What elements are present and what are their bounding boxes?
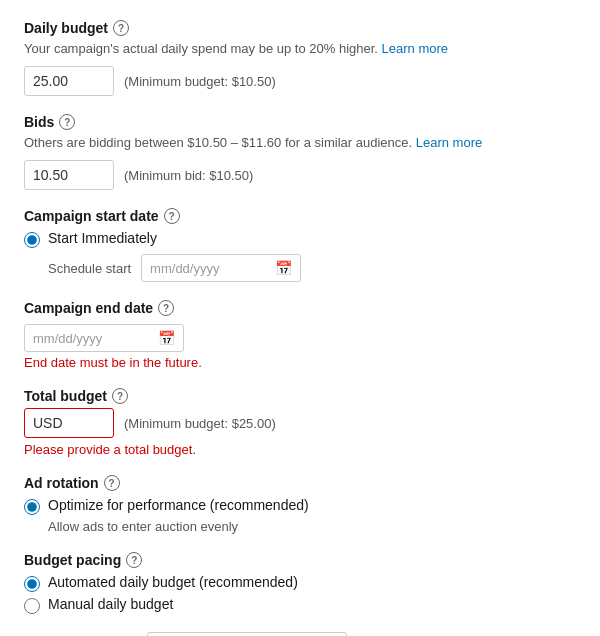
ad-rotation-optimize-option: Optimize for performance (recommended) [24, 497, 576, 515]
daily-budget-description: Your campaign's actual daily spend may b… [24, 40, 576, 58]
bids-input-row: (Minimum bid: $10.50) [24, 160, 576, 190]
campaign-end-date-label: Campaign end date [24, 300, 153, 316]
total-budget-title: Total budget ? [24, 388, 576, 404]
daily-budget-hint: (Minimum budget: $10.50) [124, 74, 276, 89]
ad-rotation-optimize-radio[interactable] [24, 499, 40, 515]
bids-title: Bids ? [24, 114, 576, 130]
schedule-start-date-input[interactable]: mm/dd/yyyy 📅 [141, 254, 301, 282]
daily-budget-learn-more[interactable]: Learn more [382, 41, 448, 56]
pacing-options-select-wrapper: Optimized traffic pacing Even pacing ▼ [147, 632, 347, 636]
ad-rotation-title: Ad rotation ? [24, 475, 576, 491]
budget-pacing-label: Budget pacing [24, 552, 121, 568]
bids-description: Others are bidding between $10.50 – $11.… [24, 134, 576, 152]
daily-budget-title: Daily budget ? [24, 20, 576, 36]
schedule-start-row: Schedule start mm/dd/yyyy 📅 [48, 254, 576, 282]
schedule-calendar-icon: 📅 [275, 260, 292, 276]
total-budget-hint: (Minimum budget: $25.00) [124, 416, 276, 431]
campaign-start-date-section: Campaign start date ? Start Immediately … [24, 208, 576, 282]
automated-daily-budget-label: Automated daily budget (recommended) [48, 574, 298, 590]
campaign-start-date-radio-group: Start Immediately Schedule start mm/dd/y… [24, 230, 576, 282]
budget-pacing-section: Budget pacing ? Automated daily budget (… [24, 552, 576, 614]
manual-daily-budget-radio[interactable] [24, 598, 40, 614]
automated-daily-budget-radio[interactable] [24, 576, 40, 592]
schedule-start-placeholder: mm/dd/yyyy [150, 261, 269, 276]
start-immediately-label: Start Immediately [48, 230, 157, 246]
bids-input[interactable] [24, 160, 114, 190]
campaign-end-date-input[interactable]: mm/dd/yyyy 📅 [24, 324, 184, 352]
pacing-options-section: Pacing options ? Optimized traffic pacin… [24, 632, 576, 636]
start-immediately-option: Start Immediately [24, 230, 576, 248]
total-budget-section: Total budget ? (Minimum budget: $25.00) … [24, 388, 576, 457]
bids-desc-text: Others are bidding between $10.50 – $11.… [24, 135, 412, 150]
pacing-options-row: Pacing options ? Optimized traffic pacin… [24, 632, 576, 636]
pacing-options-select[interactable]: Optimized traffic pacing Even pacing [147, 632, 347, 636]
ad-rotation-help-icon[interactable]: ? [104, 475, 120, 491]
campaign-start-date-label: Campaign start date [24, 208, 159, 224]
total-budget-help-icon[interactable]: ? [112, 388, 128, 404]
campaign-start-date-help-icon[interactable]: ? [164, 208, 180, 224]
campaign-start-date-title: Campaign start date ? [24, 208, 576, 224]
manual-daily-budget-label: Manual daily budget [48, 596, 173, 612]
total-budget-input[interactable] [24, 408, 114, 438]
end-date-placeholder: mm/dd/yyyy [33, 331, 152, 346]
ad-rotation-optimize-label: Optimize for performance (recommended) [48, 497, 309, 513]
campaign-end-date-title: Campaign end date ? [24, 300, 576, 316]
start-immediately-radio[interactable] [24, 232, 40, 248]
campaign-end-date-row: mm/dd/yyyy 📅 [24, 324, 576, 352]
daily-budget-input[interactable] [24, 66, 114, 96]
daily-budget-desc-text: Your campaign's actual daily spend may b… [24, 41, 378, 56]
bids-learn-more[interactable]: Learn more [416, 135, 482, 150]
ad-rotation-sub-text: Allow ads to enter auction evenly [48, 519, 576, 534]
total-budget-error: Please provide a total budget. [24, 442, 576, 457]
automated-daily-budget-option: Automated daily budget (recommended) [24, 574, 576, 592]
daily-budget-section: Daily budget ? Your campaign's actual da… [24, 20, 576, 96]
campaign-end-date-section: Campaign end date ? mm/dd/yyyy 📅 End dat… [24, 300, 576, 370]
daily-budget-input-row: (Minimum budget: $10.50) [24, 66, 576, 96]
daily-budget-help-icon[interactable]: ? [113, 20, 129, 36]
ad-rotation-radio-group: Optimize for performance (recommended) A… [24, 497, 576, 534]
daily-budget-label: Daily budget [24, 20, 108, 36]
ad-rotation-label: Ad rotation [24, 475, 99, 491]
ad-rotation-section: Ad rotation ? Optimize for performance (… [24, 475, 576, 534]
bids-label: Bids [24, 114, 54, 130]
schedule-start-label: Schedule start [48, 261, 131, 276]
end-calendar-icon: 📅 [158, 330, 175, 346]
budget-pacing-help-icon[interactable]: ? [126, 552, 142, 568]
bids-hint: (Minimum bid: $10.50) [124, 168, 253, 183]
total-budget-label: Total budget [24, 388, 107, 404]
budget-pacing-radio-group: Automated daily budget (recommended) Man… [24, 574, 576, 614]
end-date-error: End date must be in the future. [24, 355, 576, 370]
bids-help-icon[interactable]: ? [59, 114, 75, 130]
total-budget-input-row: (Minimum budget: $25.00) [24, 408, 576, 438]
bids-section: Bids ? Others are bidding between $10.50… [24, 114, 576, 190]
manual-daily-budget-option: Manual daily budget [24, 596, 576, 614]
budget-pacing-title: Budget pacing ? [24, 552, 576, 568]
campaign-end-date-help-icon[interactable]: ? [158, 300, 174, 316]
